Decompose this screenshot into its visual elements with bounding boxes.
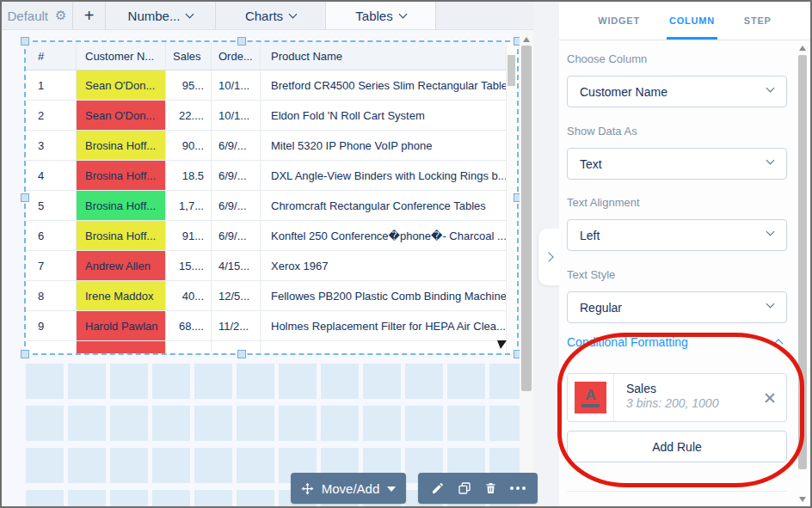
grid-cell bbox=[489, 364, 520, 399]
dashboard-canvas: # Customer N... Sales Orde... Product Na… bbox=[2, 30, 520, 508]
move-add-button[interactable]: Move/Add bbox=[291, 473, 406, 504]
resize-handle[interactable] bbox=[21, 350, 29, 358]
cell-num: 5 bbox=[26, 191, 77, 220]
show-data-as-select[interactable]: Text bbox=[567, 148, 787, 180]
cell-sales: 68.... bbox=[166, 311, 212, 340]
grid-cell bbox=[447, 364, 485, 399]
grid-cell bbox=[194, 490, 232, 508]
resize-handle[interactable] bbox=[237, 37, 246, 46]
resize-handle[interactable] bbox=[514, 37, 520, 46]
text-alignment-value: Left bbox=[580, 229, 600, 242]
scroll-down-icon[interactable] bbox=[799, 497, 806, 502]
canvas-scrollbar[interactable] bbox=[520, 30, 533, 508]
cell-customer[interactable]: Brosina Hoff... bbox=[77, 161, 166, 190]
cell-num: 6 bbox=[26, 221, 77, 250]
chevron-right-icon bbox=[544, 252, 553, 261]
add-page-button[interactable]: + bbox=[73, 2, 106, 29]
cell-customer[interactable]: Andrew Allen bbox=[77, 251, 166, 280]
grid-cell bbox=[26, 406, 64, 441]
grid-cell bbox=[152, 364, 190, 399]
tab-column[interactable]: COLUMN bbox=[667, 2, 717, 40]
cell-customer[interactable]: Sean O'Don... bbox=[77, 70, 166, 100]
column-header-num[interactable]: # bbox=[26, 42, 77, 70]
grid-cell bbox=[110, 364, 148, 399]
tab-default-page[interactable]: Default ⚙ bbox=[2, 2, 73, 29]
scroll-up-icon[interactable] bbox=[799, 46, 806, 51]
scroll-up-icon[interactable] bbox=[523, 37, 530, 42]
resize-handle[interactable] bbox=[514, 350, 520, 358]
table-scrollbar-thumb[interactable] bbox=[508, 55, 515, 86]
grid-cell bbox=[26, 448, 64, 483]
close-icon bbox=[764, 392, 776, 404]
grid-cell bbox=[68, 448, 106, 483]
cell-sales: 90... bbox=[166, 131, 212, 160]
gear-icon[interactable]: ⚙ bbox=[55, 8, 66, 23]
rule-field-name: Sales bbox=[626, 382, 754, 395]
table-row: 3 Brosina Hoff... 90... 6/9/... Mitel 53… bbox=[26, 131, 506, 161]
canvas-scrollbar-thumb[interactable] bbox=[521, 46, 532, 391]
cell-product: Fellowes PB200 Plastic Comb Binding Mach… bbox=[261, 281, 506, 310]
text-style-select[interactable]: Regular bbox=[567, 291, 787, 323]
panel-scrollbar[interactable] bbox=[797, 41, 809, 505]
column-header-order[interactable]: Orde... bbox=[212, 42, 261, 70]
choose-column-select[interactable]: Customer Name bbox=[567, 76, 787, 107]
table-widget[interactable]: # Customer N... Sales Orde... Product Na… bbox=[24, 40, 519, 355]
tab-charts-page[interactable]: Charts bbox=[216, 2, 326, 29]
resize-handle[interactable] bbox=[514, 193, 520, 202]
table-header-row: # Customer N... Sales Orde... Product Na… bbox=[26, 42, 506, 70]
cell-order: 10/1... bbox=[212, 101, 261, 130]
rule-icon-cell: A bbox=[568, 374, 614, 421]
cell-customer[interactable]: Sean O'Don... bbox=[77, 101, 166, 130]
resize-handle[interactable] bbox=[21, 37, 29, 46]
cell-product: Chromcraft Rectangular Conference Tables bbox=[261, 191, 506, 220]
cell-customer[interactable] bbox=[77, 341, 166, 353]
chevron-down-icon bbox=[398, 9, 407, 18]
numbers-page-label: Numbe... bbox=[128, 9, 181, 23]
resize-handle[interactable] bbox=[21, 193, 29, 202]
cell-num: 4 bbox=[26, 161, 77, 190]
choose-column-value: Customer Name bbox=[580, 85, 667, 99]
conditional-formatting-toggle[interactable]: Conditional Formatting bbox=[567, 335, 787, 349]
default-page-label: Default bbox=[8, 9, 49, 23]
grid-cell bbox=[279, 364, 317, 399]
formatting-rule-card[interactable]: A Sales 3 bins: 200, 1000 bbox=[567, 373, 787, 422]
tab-widget[interactable]: WIDGET bbox=[595, 2, 643, 40]
mouse-cursor bbox=[497, 340, 507, 349]
column-header-sales[interactable]: Sales bbox=[166, 42, 212, 70]
clone-button[interactable] bbox=[453, 475, 476, 501]
text-style-label: Text Style bbox=[567, 268, 787, 281]
grid-cell bbox=[110, 406, 148, 441]
delete-button[interactable] bbox=[480, 475, 502, 501]
grid-cell bbox=[26, 364, 64, 399]
cell-order: 12/5... bbox=[212, 281, 261, 310]
cell-customer[interactable]: Harold Pawlan bbox=[77, 311, 166, 340]
cell-sales: 22.... bbox=[166, 101, 212, 130]
move-icon bbox=[301, 482, 314, 495]
section-divider bbox=[567, 491, 787, 492]
panel-scrollbar-thumb[interactable] bbox=[798, 55, 807, 469]
cell-num: 7 bbox=[26, 251, 77, 280]
grid-cell bbox=[321, 406, 359, 441]
remove-rule-button[interactable] bbox=[754, 374, 786, 421]
add-rule-button[interactable]: Add Rule bbox=[567, 431, 787, 462]
resize-handle[interactable] bbox=[237, 350, 246, 358]
table-row: 7 Andrew Allen 15.... 4/15... Xerox 1967 bbox=[26, 251, 506, 281]
tab-step[interactable]: STEP bbox=[741, 2, 774, 40]
cell-customer[interactable]: Brosina Hoff... bbox=[77, 131, 166, 160]
panel-collapse-button[interactable] bbox=[538, 229, 561, 285]
column-header-product[interactable]: Product Name bbox=[261, 42, 506, 70]
properties-panel: WIDGET COLUMN STEP Choose Column Custome… bbox=[559, 2, 810, 506]
edit-button[interactable] bbox=[427, 475, 449, 501]
cell-num: 8 bbox=[26, 281, 77, 310]
grid-cell bbox=[68, 490, 106, 508]
cell-customer[interactable]: Irene Maddox bbox=[77, 281, 166, 310]
cell-product: Xerox 1967 bbox=[261, 251, 506, 280]
text-alignment-select[interactable]: Left bbox=[567, 219, 787, 251]
column-header-customer[interactable]: Customer N... bbox=[77, 42, 166, 70]
tab-tables-page[interactable]: Tables bbox=[326, 2, 436, 29]
cell-customer[interactable]: Brosina Hoff... bbox=[77, 191, 166, 220]
choose-column-label: Choose Column bbox=[567, 52, 787, 65]
tab-numbers-page[interactable]: Numbe... bbox=[106, 2, 216, 29]
cell-customer[interactable]: Brosina Hoff... bbox=[77, 221, 166, 250]
more-actions-button[interactable] bbox=[507, 475, 529, 501]
